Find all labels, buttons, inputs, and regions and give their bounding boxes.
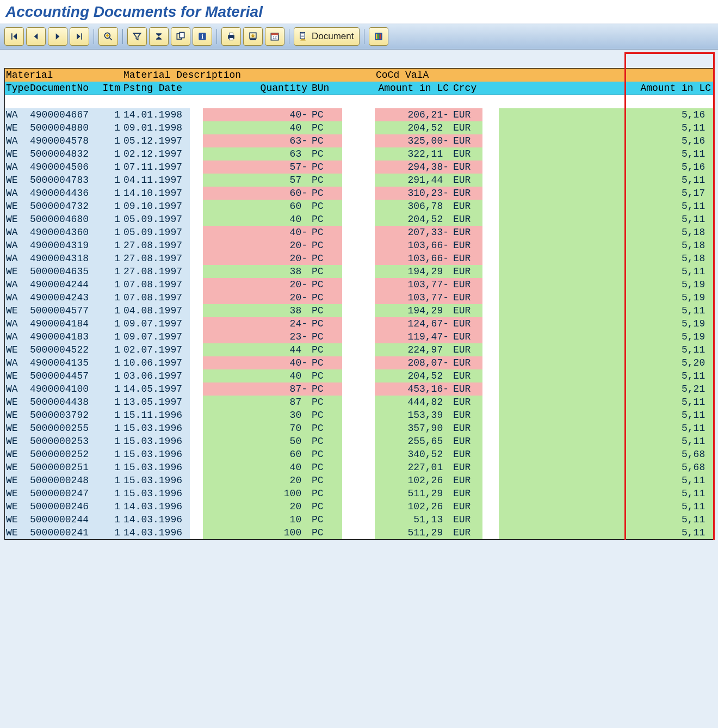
cell-bun: PC xyxy=(310,369,342,382)
col-crcy[interactable]: Crcy xyxy=(451,82,482,95)
cell-crcy: EUR xyxy=(451,147,482,161)
cell-bun: PC xyxy=(310,500,342,513)
col-type[interactable]: Type xyxy=(5,82,30,95)
table-row[interactable]: WE5000004635127.08.199738 PC194,29 EUR5,… xyxy=(5,265,713,278)
table-row[interactable]: WE5000000246114.03.199620 PC102,26 EUR5,… xyxy=(5,500,713,513)
cell-doc: 5000000247 xyxy=(30,487,100,500)
info-button[interactable]: i xyxy=(193,27,212,46)
cell-date: 05.09.1997 xyxy=(123,226,190,239)
table-row[interactable]: WE5000004522102.07.199744 PC224,97 EUR5,… xyxy=(5,343,713,356)
table-row[interactable]: WA4900004184109.07.199724-PC124,67-EUR5,… xyxy=(5,317,713,330)
col-amt2[interactable]: Amount in LC xyxy=(499,82,713,95)
table-row[interactable]: WE5000004783104.11.199757 PC291,44 EUR5,… xyxy=(5,174,713,187)
table-row[interactable]: WE5000004680105.09.199740 PC204,52 EUR5,… xyxy=(5,213,713,226)
document-button[interactable]: Document xyxy=(294,27,360,46)
cell-bun: PC xyxy=(310,356,342,369)
table-row[interactable]: WE5000004880109.01.199840 PC204,52 EUR5,… xyxy=(5,121,713,134)
cell-type: WA xyxy=(5,161,30,174)
cell-type: WA xyxy=(5,187,30,200)
cell-amt2: 5,11 xyxy=(499,343,713,356)
col-qty[interactable]: Quantity xyxy=(203,82,310,95)
cell-itm: 1 xyxy=(100,382,123,396)
cell-itm: 1 xyxy=(100,278,123,291)
cell-bun: PC xyxy=(310,448,342,461)
cell-bun: PC xyxy=(310,200,342,213)
cell-crcy: EUR xyxy=(451,121,482,134)
col-bun[interactable]: BUn xyxy=(310,82,342,95)
cell-qty: 60- xyxy=(203,187,310,200)
cell-itm: 1 xyxy=(100,291,123,304)
last-page-button[interactable] xyxy=(70,27,89,46)
table-row[interactable]: WE5000000244114.03.199610 PC51,13 EUR5,1… xyxy=(5,513,713,526)
table-row[interactable]: WA4900004360105.09.199740-PC207,33-EUR5,… xyxy=(5,226,713,239)
cell-bun: PC xyxy=(310,422,342,435)
print-button[interactable] xyxy=(221,27,241,46)
prev-page-button[interactable] xyxy=(26,27,46,46)
cell-qty: 10 xyxy=(203,513,310,526)
table-row[interactable]: WA4900004244107.08.199720-PC103,77-EUR5,… xyxy=(5,278,713,291)
cell-amt2: 5,11 xyxy=(499,409,713,422)
table-row[interactable]: WE5000004732109.10.199760 PC306,78 EUR5,… xyxy=(5,200,713,213)
table-row[interactable]: WA4900004506107.11.199757-PC294,38-EUR5,… xyxy=(5,161,713,174)
svg-text:12: 12 xyxy=(273,35,277,39)
cell-bun: PC xyxy=(310,121,342,134)
export-button[interactable] xyxy=(171,27,190,46)
cell-qty: 38 xyxy=(203,265,310,278)
table-row[interactable]: WA4900004318127.08.199720-PC103,66-EUR5,… xyxy=(5,252,713,265)
cell-type: WE xyxy=(5,422,30,435)
table-row[interactable]: WE5000004438113.05.199787 PC444,82 EUR5,… xyxy=(5,396,713,409)
next-page-button[interactable] xyxy=(48,27,67,46)
cell-qty: 40 xyxy=(203,121,310,134)
filter-button[interactable] xyxy=(127,27,147,46)
cell-doc: 5000000241 xyxy=(30,526,100,539)
cell-itm: 1 xyxy=(100,239,123,252)
table-row[interactable]: WA4900004667114.01.199840-PC206,21-EUR5,… xyxy=(5,108,713,121)
table-row[interactable]: WA4900004183109.07.199723-PC119,47-EUR5,… xyxy=(5,330,713,343)
cell-type: WA xyxy=(5,330,30,343)
cell-qty: 23- xyxy=(203,330,310,343)
cell-bun: PC xyxy=(310,147,342,161)
cell-crcy: EUR xyxy=(451,200,482,213)
calendar-button[interactable]: 12 xyxy=(265,27,284,46)
separator xyxy=(94,29,94,44)
details-button[interactable] xyxy=(98,27,118,46)
layout-button[interactable] xyxy=(369,27,388,46)
table-row[interactable]: WE5000004577104.08.199738 PC194,29 EUR5,… xyxy=(5,304,713,317)
sum-button[interactable] xyxy=(149,27,169,46)
col-itm[interactable]: Itm xyxy=(100,82,123,95)
cell-bun: PC xyxy=(310,382,342,396)
cell-amt2: 5,21 xyxy=(499,382,713,396)
cell-amt2: 5,19 xyxy=(499,317,713,330)
table-row[interactable]: WA4900004436114.10.199760-PC310,23-EUR5,… xyxy=(5,187,713,200)
table-row[interactable]: WE5000004832102.12.199763 PC322,11 EUR5,… xyxy=(5,147,713,161)
col-date[interactable]: Pstng Date xyxy=(123,82,190,95)
table-row[interactable]: WE5000000248115.03.199620 PC102,26 EUR5,… xyxy=(5,474,713,487)
table-row[interactable]: WA4900004319127.08.199720-PC103,66-EUR5,… xyxy=(5,239,713,252)
cell-itm: 1 xyxy=(100,474,123,487)
cell-amt: 204,52 xyxy=(375,121,451,134)
col-docno[interactable]: DocumentNo xyxy=(30,82,100,95)
table-row[interactable]: WA4900004578105.12.199763-PC325,00-EUR5,… xyxy=(5,134,713,147)
table-row[interactable]: WA4900004135110.06.199740-PC208,07-EUR5,… xyxy=(5,356,713,369)
table-row[interactable]: WE5000000241114.03.1996100 PC511,29 EUR5… xyxy=(5,526,713,539)
col-amt[interactable]: Amount in LC xyxy=(375,82,451,95)
table-row[interactable]: WE5000004457103.06.199740 PC204,52 EUR5,… xyxy=(5,369,713,382)
download-button[interactable] xyxy=(243,27,263,46)
cell-bun: PC xyxy=(310,265,342,278)
table-row[interactable]: WE5000000252115.03.199660 PC340,52 EUR5,… xyxy=(5,448,713,461)
cell-itm: 1 xyxy=(100,526,123,539)
cell-date: 13.05.1997 xyxy=(123,396,190,409)
table-row[interactable]: WA4900004243107.08.199720-PC103,77-EUR5,… xyxy=(5,291,713,304)
table-row[interactable]: WE5000000255115.03.199670 PC357,90 EUR5,… xyxy=(5,422,713,435)
cell-crcy: EUR xyxy=(451,461,482,474)
table-row[interactable]: WE5000000247115.03.1996100 PC511,29 EUR5… xyxy=(5,487,713,500)
first-page-button[interactable] xyxy=(4,27,24,46)
table-row[interactable]: WE5000000253115.03.199650 PC255,65 EUR5,… xyxy=(5,435,713,448)
cell-type: WE xyxy=(5,213,30,226)
cell-doc: 4900004360 xyxy=(30,226,100,239)
cell-doc: 4900004135 xyxy=(30,356,100,369)
table-row[interactable]: WA4900004100114.05.199787-PC453,16-EUR5,… xyxy=(5,382,713,396)
table-row[interactable]: WE5000000251115.03.199640 PC227,01 EUR5,… xyxy=(5,461,713,474)
download-icon xyxy=(247,31,258,42)
table-row[interactable]: WE5000003792115.11.199630 PC153,39 EUR5,… xyxy=(5,409,713,422)
